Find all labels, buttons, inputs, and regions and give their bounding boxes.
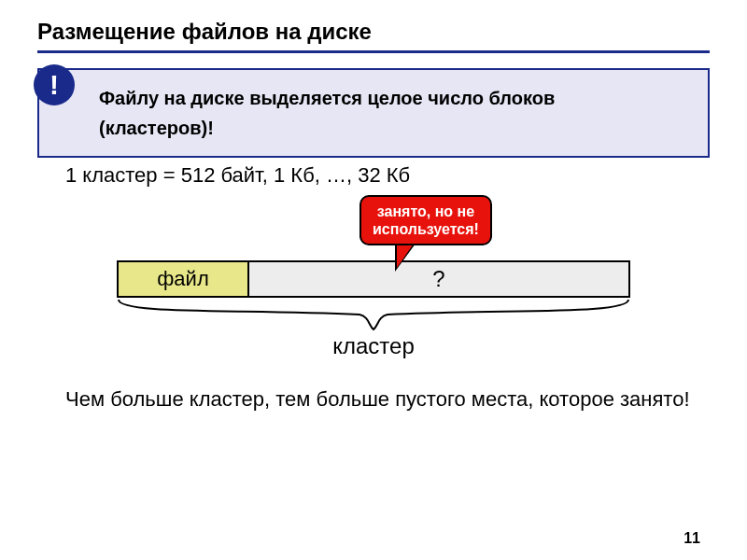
page-number: 11: [684, 530, 700, 547]
callout-box: ! Файлу на диске выделяется целое число …: [37, 68, 710, 158]
speech-bubble: занято, но не используется!: [359, 195, 492, 245]
callout-line-1: Файлу на диске выделяется целое число бл…: [99, 83, 695, 113]
callout-line-2: (кластеров)!: [99, 113, 695, 143]
speech-tail: [397, 244, 414, 268]
title-divider: [37, 50, 710, 53]
brace-icon: [117, 298, 630, 331]
speech-line-1: занято, но не: [373, 203, 479, 220]
cluster-diagram: занято, но не используется! файл ?: [117, 195, 630, 298]
bottom-text: Чем больше кластер, тем больше пустого м…: [65, 385, 691, 413]
cluster-equation: 1 кластер = 512 байт, 1 Кб, …, 32 Кб: [65, 163, 710, 188]
bar-unused-segment: ?: [249, 262, 628, 296]
bar-file-segment: файл: [119, 262, 249, 296]
brace-label: кластер: [37, 333, 710, 359]
exclamation-icon: !: [34, 64, 75, 105]
speech-line-2: используется!: [373, 220, 479, 238]
cluster-bar: файл ?: [117, 260, 630, 298]
slide-title: Размещение файлов на диске: [37, 19, 710, 45]
